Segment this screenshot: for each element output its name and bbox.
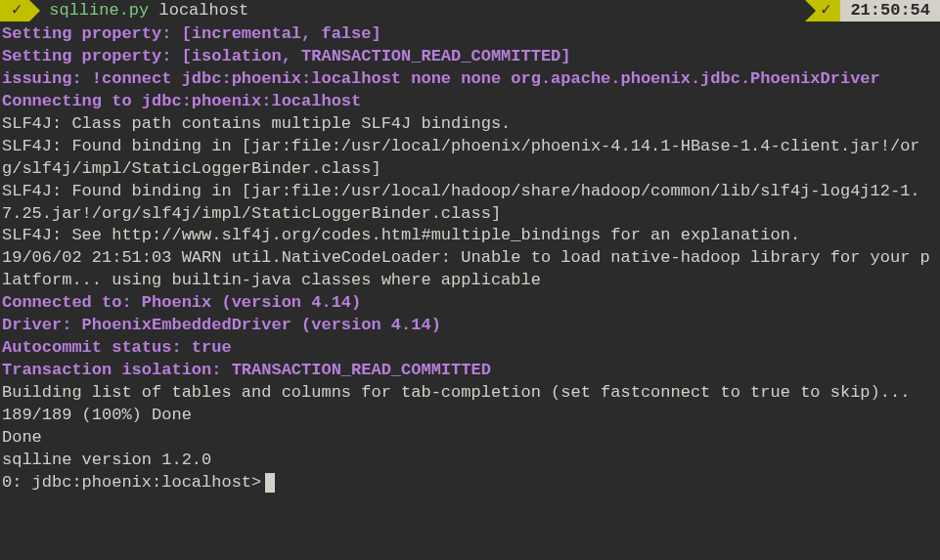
- terminal-line: SLF4J: See http://www.slf4j.org/codes.ht…: [0, 225, 940, 247]
- clock: 21:50:54: [840, 0, 940, 22]
- status-left: ✓ sqlline.py localhost: [0, 0, 248, 22]
- terminal-line: Autocommit status: true: [0, 337, 940, 360]
- command-name: sqlline.py: [49, 0, 149, 22]
- terminal-line: 19/06/02 21:51:03 WARN util.NativeCodeLo…: [0, 247, 940, 292]
- cursor-icon: [265, 473, 275, 493]
- status-check-left: ✓: [0, 0, 29, 22]
- terminal-line: SLF4J: Found binding in [jar:file:/usr/l…: [0, 136, 940, 181]
- terminal-output[interactable]: Setting property: [incremental, false]Se…: [0, 22, 940, 472]
- terminal-line: issuing: !connect jdbc:phoenix:localhost…: [0, 68, 940, 91]
- terminal-line: SLF4J: Found binding in [jar:file:/usr/l…: [0, 181, 940, 226]
- terminal-line: Driver: PhoenixEmbeddedDriver (version 4…: [0, 315, 940, 337]
- terminal-line: Setting property: [isolation, TRANSACTIO…: [0, 46, 940, 68]
- terminal-line: Setting property: [incremental, false]: [0, 23, 940, 46]
- terminal-line: Transaction isolation: TRANSACTION_READ_…: [0, 360, 940, 382]
- clock-time: 21:50:54: [850, 0, 930, 22]
- terminal-line: Connecting to jdbc:phoenix:localhost: [0, 91, 940, 113]
- terminal-line: SLF4J: Class path contains multiple SLF4…: [0, 113, 940, 136]
- command-arg: localhost: [158, 0, 248, 22]
- status-check-right: ✓: [805, 0, 840, 22]
- check-icon: ✓: [12, 0, 22, 22]
- status-bar: ✓ sqlline.py localhost ✓ 21:50:54: [0, 0, 940, 22]
- command-text: sqlline.py localhost: [29, 0, 248, 22]
- terminal-line: Building list of tables and columns for …: [0, 382, 940, 405]
- terminal-line: sqlline version 1.2.0: [0, 450, 940, 472]
- terminal-line: Done: [0, 427, 940, 450]
- terminal-line: 189/189 (100%) Done: [0, 405, 940, 427]
- sql-prompt: 0: jdbc:phoenix:localhost>: [2, 472, 261, 495]
- status-right: ✓ 21:50:54: [805, 0, 940, 22]
- terminal-line: Connected to: Phoenix (version 4.14): [0, 292, 940, 315]
- check-icon: ✓: [821, 0, 830, 22]
- prompt-line[interactable]: 0: jdbc:phoenix:localhost>: [0, 472, 940, 495]
